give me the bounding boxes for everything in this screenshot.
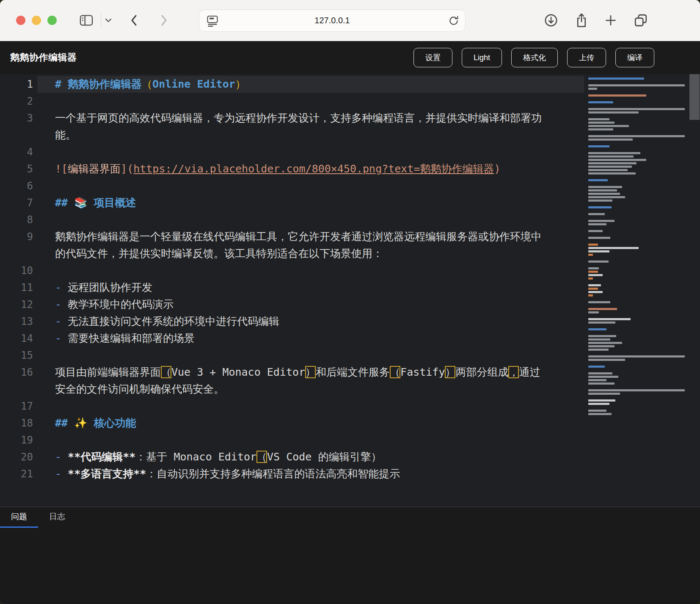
- minimap-row: [588, 399, 615, 402]
- minimap-row: [588, 223, 606, 225]
- code-line[interactable]: 8: [0, 211, 584, 228]
- forward-button-icon[interactable]: [159, 14, 168, 27]
- minimap-row: [588, 230, 603, 232]
- code-line[interactable]: 19: [0, 432, 584, 449]
- minimap-row: [588, 183, 685, 185]
- code-line[interactable]: 10: [0, 262, 584, 279]
- line-content: 项目由前端编辑器界面（Vue 3 + Monaco Editor）和后端文件服务…: [55, 364, 584, 398]
- minimap-row: [588, 220, 615, 222]
- code-line[interactable]: 16项目由前端编辑器界面（Vue 3 + Monaco Editor）和后端文件…: [0, 364, 584, 398]
- code-line[interactable]: 18## ✨ 核心功能: [0, 415, 584, 432]
- minimap-row: [588, 122, 615, 124]
- line-content: [55, 177, 584, 194]
- minimap-row: [588, 159, 646, 161]
- code-line[interactable]: 7## 📚 项目概述: [0, 194, 584, 211]
- minimap-row: [588, 172, 636, 175]
- minimap-row: [588, 338, 610, 341]
- new-tab-icon[interactable]: [604, 14, 617, 27]
- downloads-icon[interactable]: [544, 13, 558, 28]
- code-line[interactable]: 3一个基于网页的高效代码编辑器，专为远程协作开发设计，支持多种编程语言，并提供实…: [0, 110, 584, 144]
- editor-lines[interactable]: 1# 鹅鹅协作编辑器（Online Editor）23一个基于网页的高效代码编辑…: [0, 76, 584, 482]
- browser-window: 127.0.0.1: [0, 0, 700, 604]
- code-line[interactable]: 5![编辑器界面](https://via.placeholder.com/80…: [0, 161, 584, 177]
- minimap-row: [588, 155, 634, 158]
- minimap-row: [588, 135, 685, 137]
- compile-button[interactable]: 编译: [615, 48, 654, 67]
- reload-icon[interactable]: [448, 15, 459, 26]
- zoom-window-button[interactable]: [47, 16, 57, 25]
- minimap-row: [588, 281, 685, 283]
- minimap-row: [588, 84, 685, 86]
- code-line[interactable]: 20- **代码编辑**：基于 Monaco Editor（VS Code 的编…: [0, 449, 584, 465]
- minimap-row: [588, 115, 685, 117]
- minimap-row: [588, 376, 618, 378]
- code-line[interactable]: 12- 教学环境中的代码演示: [0, 296, 584, 313]
- code-line[interactable]: 6: [0, 177, 584, 194]
- minimap-row: [588, 382, 615, 385]
- line-content: - 需要快速编辑和部署的场景: [55, 330, 584, 347]
- code-line[interactable]: 14- 需要快速编辑和部署的场景: [0, 330, 584, 347]
- minimap-row: [588, 125, 629, 127]
- sidebar-toggle-icon[interactable]: [79, 14, 94, 27]
- code-line[interactable]: 9鹅鹅协作编辑器是一个轻量级在线代码编辑工具，它允许开发者通过浏览器远程编辑服务…: [0, 228, 584, 262]
- line-content: # 鹅鹅协作编辑器（Online Editor）: [55, 76, 584, 93]
- minimap-row: [588, 335, 616, 337]
- minimap-row: [588, 88, 597, 90]
- code-line[interactable]: 15: [0, 347, 584, 364]
- minimap[interactable]: [584, 74, 689, 507]
- minimap-row: [588, 267, 599, 269]
- minimap-row: [588, 128, 613, 130]
- line-number: 18: [0, 415, 33, 432]
- close-window-button[interactable]: [16, 16, 25, 25]
- minimap-row: [588, 274, 603, 276]
- minimap-row: [588, 393, 620, 395]
- minimap-row: [588, 152, 640, 154]
- minimap-row: [588, 325, 685, 327]
- page-settings-icon[interactable]: [206, 14, 219, 27]
- code-line[interactable]: 11- 远程团队协作开发: [0, 279, 584, 296]
- line-number: 4: [0, 144, 33, 161]
- line-number: 11: [0, 279, 33, 296]
- minimize-window-button[interactable]: [32, 16, 41, 25]
- back-button-icon[interactable]: [130, 14, 139, 27]
- editor-scrollbar[interactable]: [689, 74, 700, 507]
- share-icon[interactable]: [574, 12, 589, 28]
- code-line[interactable]: 21- **多语言支持**：自动识别并支持多种编程语言的语法高亮和智能提示: [0, 465, 584, 482]
- minimap-row: [588, 98, 685, 100]
- tab-logs[interactable]: 日志: [38, 507, 76, 528]
- minimap-row: [588, 149, 685, 151]
- address-bar[interactable]: 127.0.0.1: [199, 9, 466, 32]
- minimap-row: [588, 260, 609, 263]
- code-line[interactable]: 2: [0, 93, 584, 110]
- code-line[interactable]: 4: [0, 144, 584, 161]
- tab-problems[interactable]: 问题: [0, 507, 38, 528]
- minimap-row: [588, 362, 685, 364]
- scrollbar-thumb[interactable]: [689, 74, 700, 120]
- chevron-down-icon[interactable]: [105, 18, 112, 23]
- line-number: 1: [0, 76, 33, 93]
- minimap-row: [588, 254, 593, 256]
- line-content: 一个基于网页的高效代码编辑器，专为远程协作开发设计，支持多种编程语言，并提供实时…: [55, 110, 584, 144]
- browser-toolbar: 127.0.0.1: [0, 0, 700, 41]
- code-line[interactable]: 17: [0, 398, 584, 415]
- line-content: ## 📚 项目概述: [55, 194, 584, 211]
- minimap-row: [588, 206, 612, 208]
- minimap-row: [588, 379, 606, 381]
- theme-toggle-button[interactable]: Light: [462, 48, 502, 67]
- code-editor[interactable]: 1# 鹅鹅协作编辑器（Online Editor）23一个基于网页的高效代码编辑…: [0, 74, 700, 507]
- minimap-row: [588, 118, 609, 120]
- minimap-row: [588, 244, 598, 246]
- minimap-row: [588, 369, 685, 371]
- tab-overview-icon[interactable]: [633, 13, 648, 28]
- bottom-panel: 问题 日志: [0, 507, 700, 604]
- url-text[interactable]: 127.0.0.1: [199, 16, 465, 25]
- format-button[interactable]: 格式化: [511, 48, 558, 67]
- header-buttons: 设置 Light 格式化 上传 编译: [413, 48, 654, 67]
- minimap-row: [588, 94, 646, 97]
- settings-button[interactable]: 设置: [413, 48, 452, 67]
- code-line[interactable]: 1# 鹅鹅协作编辑器（Online Editor）: [0, 76, 584, 93]
- upload-button[interactable]: 上传: [567, 48, 606, 67]
- line-content: [55, 398, 584, 415]
- minimap-row: [588, 210, 685, 212]
- code-line[interactable]: 13- 无法直接访问文件系统的环境中进行代码编辑: [0, 313, 584, 330]
